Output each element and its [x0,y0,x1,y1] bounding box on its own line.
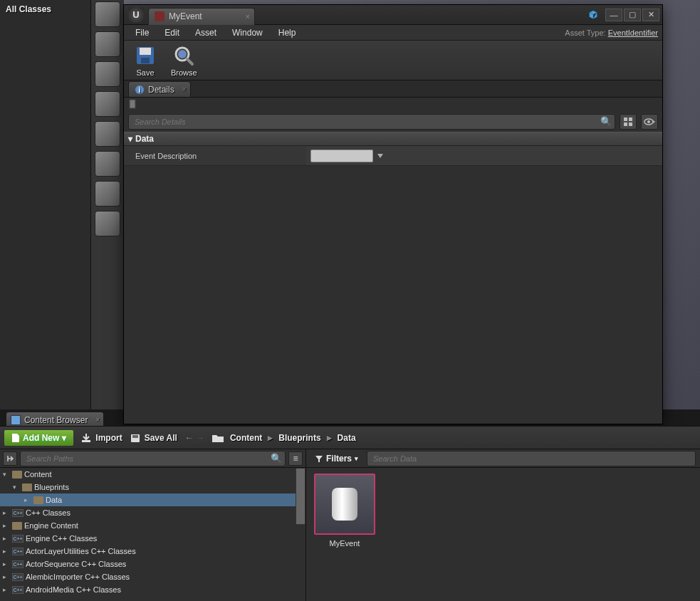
toggle-sources-button[interactable] [3,451,17,466]
shape-icon[interactable] [95,121,120,147]
tree-row[interactable]: ▾Content [0,468,305,481]
expand-icon[interactable]: ▸ [3,535,10,542]
search-assets-input[interactable] [367,451,696,466]
nav-back-button[interactable]: ← [184,432,194,443]
browse-button[interactable]: Browse [167,43,202,78]
expand-icon[interactable]: ▾ [13,484,20,491]
tree-row[interactable]: ▸Data [0,493,305,506]
expand-icon[interactable]: ▸ [3,548,10,555]
view-options-button[interactable] [641,114,658,130]
breadcrumb-item[interactable]: Content [230,433,262,443]
close-button[interactable]: ✕ [642,9,659,21]
maximize-button[interactable]: ▢ [624,9,641,21]
content-browser-tab[interactable]: Content Browser × [6,412,104,427]
asset-label: MyEvent [330,539,360,548]
save-icon [134,44,157,67]
tree-row[interactable]: ▸Engine Content [0,519,305,532]
svg-rect-15 [82,440,90,442]
close-icon[interactable]: × [182,85,187,93]
dropdown-icon[interactable] [376,152,385,160]
add-new-button[interactable]: Add New ▾ [4,430,73,446]
tree-scrollbar[interactable] [296,468,305,525]
asset-panel: Filters ▾ MyEvent [306,449,700,601]
asset-item[interactable]: MyEvent [312,474,377,548]
cpp-icon: C++ [12,509,23,517]
breadcrumb-item[interactable]: Blueprints [278,433,320,443]
asset-type-link[interactable]: EventIdentifier [608,28,658,37]
source-tree: ▾Content▾Blueprints▸Data▸C++C++ Classes▸… [0,468,305,601]
source-panel-header: 🔍 ≡ [0,449,305,468]
breadcrumb-item[interactable]: Data [338,433,356,443]
chevron-down-icon: ▾ [62,433,66,443]
shape-icon[interactable] [95,151,120,177]
menu-window[interactable]: Window [225,26,270,40]
nav-arrows: ← → [184,432,204,443]
shape-icon[interactable] [95,91,120,117]
tree-row[interactable]: ▾Blueprints [0,481,305,493]
expand-icon[interactable]: ▸ [3,522,10,529]
save-button[interactable]: Save [130,43,161,78]
details-toolrow [124,98,662,112]
expand-icon[interactable]: ▸ [3,573,10,580]
cpp-icon: C++ [12,535,23,543]
details-tab[interactable]: i Details × [128,81,191,97]
details-tab-bar: i Details × [124,80,662,98]
svg-text:i: i [139,86,141,94]
save-all-icon [130,433,141,443]
source-panel: 🔍 ≡ ▾Content▾Blueprints▸Data▸C++C++ Clas… [0,449,306,601]
expand-icon[interactable]: ▸ [3,509,10,516]
close-tab-icon[interactable]: × [246,12,250,21]
event-description-input[interactable] [310,150,373,162]
menu-help[interactable]: Help [271,26,303,40]
menu-asset[interactable]: Asset [188,26,224,40]
expand-icon[interactable]: ▸ [3,586,10,593]
editor-titlebar: U MyEvent × — ▢ ✕ [124,5,662,25]
shape-icon[interactable] [95,1,120,27]
tree-row[interactable]: ▸C++Engine C++ Classes [0,532,305,545]
shape-icon[interactable] [95,61,120,87]
tree-label: Engine C++ Classes [26,534,97,543]
tree-row[interactable]: ▸C++ActorSequence C++ Classes [0,558,305,570]
category-header-data[interactable]: ▾ Data [124,132,662,146]
close-icon[interactable]: × [96,416,100,424]
import-button[interactable]: Import [80,433,122,443]
tree-row[interactable]: ▸C++ActorLayerUtilities C++ Classes [0,545,305,558]
editor-tab-label: MyEvent [169,11,202,21]
expand-icon[interactable]: ▾ [3,471,10,478]
nav-forward-button[interactable]: → [195,432,204,443]
editor-tab[interactable]: MyEvent × [148,8,255,25]
tree-row[interactable]: ▸C++AndroidMedia C++ Classes [0,583,305,596]
lock-toggle-button[interactable]: ≡ [288,451,303,466]
tree-row[interactable]: ▸C++C++ Classes [0,506,305,519]
chevron-down-icon: ▾ [355,455,358,462]
cpp-icon: C++ [12,560,23,568]
search-paths-input[interactable] [20,451,286,466]
content-browser: Add New ▾ Import Save All ← → Content ▶ … [0,426,700,601]
shape-icon[interactable] [95,31,120,57]
expand-icon[interactable]: ▸ [3,560,10,568]
save-all-button[interactable]: Save All [130,433,177,443]
search-details-input[interactable] [128,114,615,130]
filters-button[interactable]: Filters ▾ [310,451,362,466]
chevron-right-icon: ▶ [327,434,332,441]
object-icon [128,99,137,109]
shape-icon[interactable] [95,181,120,207]
minimize-button[interactable]: — [605,9,622,21]
property-matrix-button[interactable] [620,114,637,130]
content-browser-body: 🔍 ≡ ▾Content▾Blueprints▸Data▸C++C++ Clas… [0,449,700,601]
blueprint-icon [588,10,598,20]
filter-icon [315,454,323,463]
shape-icon[interactable] [95,211,120,236]
import-icon [80,433,92,443]
content-browser-toolbar: Add New ▾ Import Save All ← → Content ▶ … [0,427,700,449]
tree-row[interactable]: ▸C++AlembicImporter C++ Classes [0,570,305,583]
folder-icon [33,496,43,504]
menu-file[interactable]: File [128,26,156,40]
svg-point-14 [647,120,650,123]
details-tab-label: Details [148,85,174,95]
add-file-icon [11,433,20,443]
svg-rect-1 [140,48,151,55]
menu-edit[interactable]: Edit [157,26,187,40]
info-icon: i [135,85,145,95]
expand-icon[interactable]: ▸ [24,496,31,503]
